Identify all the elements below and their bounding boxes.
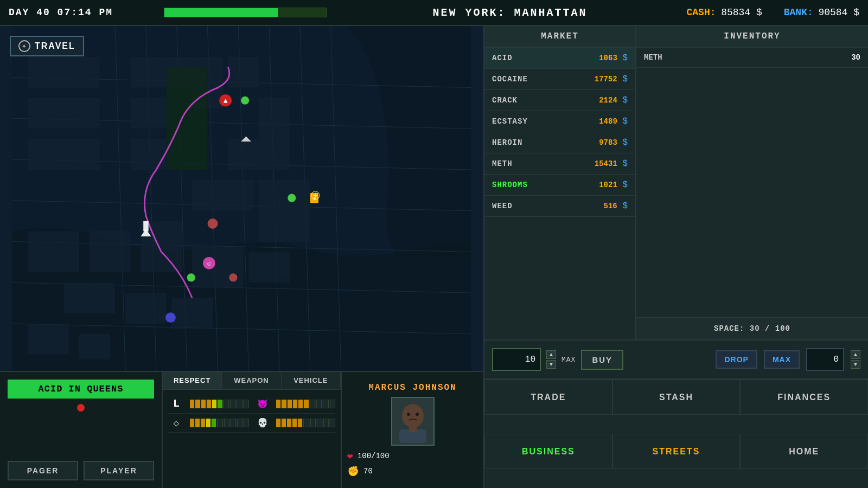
svg-rect-30: [90, 232, 131, 273]
svg-rect-37: [28, 324, 69, 355]
bank-value: 90584 $: [818, 7, 859, 18]
svg-rect-26: [228, 139, 290, 170]
streets-button[interactable]: STREETS: [612, 434, 741, 469]
market-row-weed[interactable]: WEED 516 $: [484, 196, 635, 217]
svg-rect-35: [125, 293, 167, 324]
drop-button[interactable]: DROP: [716, 350, 757, 369]
drug-price-weed: 516: [604, 202, 617, 210]
trade-controls: ▲ ▼ MAX BUY DROP MAX ▲ ▼: [484, 341, 868, 380]
drop-max-button[interactable]: MAX: [764, 350, 800, 369]
buy-qty-spinner: ▲ ▼: [546, 350, 556, 369]
svg-rect-17: [28, 98, 100, 129]
drug-name-heroin: HEROIN: [492, 138, 522, 147]
buy-max-label[interactable]: MAX: [561, 356, 576, 364]
health-value: 100/100: [358, 452, 390, 460]
cash-value: 85834 $: [721, 7, 762, 18]
svg-text:☺: ☺: [207, 261, 211, 267]
drug-price-shrooms: 1021: [599, 181, 617, 189]
health-bar-container: [113, 8, 378, 17]
market-row-shrooms[interactable]: SHROOMS 1021 $: [484, 175, 635, 196]
market-row-heroin[interactable]: HEROIN 9783 $: [484, 132, 635, 153]
location-title: NEW YORK: MANHATTAN: [378, 7, 642, 19]
buy-qty-up[interactable]: ▲: [546, 350, 556, 359]
svg-point-47: [241, 97, 249, 105]
heart-icon: ❤: [347, 450, 353, 462]
svg-rect-28: [259, 180, 310, 242]
right-bar-1: [276, 400, 335, 408]
finances-button[interactable]: FINANCES: [740, 380, 868, 415]
action-buttons: TRADE STASH FINANCES BUSINESS STREETS HO…: [484, 380, 868, 488]
drug-price-heroin: 9783: [599, 138, 617, 147]
buy-qty-input[interactable]: [492, 348, 541, 371]
inv-row-meth[interactable]: METH 30: [636, 48, 868, 68]
inventory-section: INVENTORY METH 30 SPACE: 30 / 100: [636, 26, 868, 339]
pager-message: ACID IN QUEENS: [8, 380, 154, 399]
drop-qty-up[interactable]: ▲: [851, 350, 860, 359]
svg-rect-41: [143, 221, 148, 232]
drop-qty-spinner: ▲ ▼: [851, 350, 860, 369]
player-button[interactable]: PLAYER: [84, 461, 154, 480]
drug-name-ecstasy: ECSTASY: [492, 117, 528, 126]
char-stats: ❤ 100/100 ✊ 70: [347, 450, 478, 477]
svg-rect-63: [409, 427, 417, 432]
level-icon: L: [168, 397, 184, 410]
travel-button[interactable]: ✦ TRAVEL: [10, 36, 84, 56]
business-button[interactable]: BUSINESS: [484, 434, 612, 469]
drug-price-cocaine: 17752: [595, 75, 617, 84]
market-row-ecstasy[interactable]: ECSTASY 1489 $: [484, 111, 635, 132]
drug-price-meth: 15431: [595, 159, 617, 168]
stash-button[interactable]: STASH: [612, 380, 741, 415]
inv-name-meth: METH: [644, 53, 662, 62]
buy-button[interactable]: BUY: [581, 350, 623, 370]
drop-qty-input[interactable]: [806, 348, 844, 371]
bottom-left-panel: ACID IN QUEENS PAGER PLAYER: [0, 372, 163, 488]
svg-point-60: [407, 413, 410, 416]
svg-point-52: [208, 219, 218, 229]
market-row-crack[interactable]: CRACK 2124 $: [484, 90, 635, 111]
market-row-acid[interactable]: ACID 1063 $: [484, 48, 635, 69]
char-name: MARCUS JOHNSON: [368, 383, 456, 393]
compass-icon: ✦: [18, 40, 30, 52]
right-bar-2: [276, 419, 335, 427]
cash-label: CASH:: [687, 7, 716, 18]
map-area[interactable]: ▲ ☺ +: [0, 26, 484, 371]
left-bar-2: [190, 419, 249, 427]
day-time-display: DAY 40 07:14 PM: [9, 7, 113, 18]
svg-rect-36: [171, 298, 213, 329]
drug-price-acid: 1063: [599, 54, 617, 62]
home-button[interactable]: HOME: [740, 434, 868, 469]
buy-qty-down[interactable]: ▼: [546, 360, 556, 369]
bank-label: BANK:: [784, 7, 813, 18]
market-row-meth[interactable]: METH 15431 $: [484, 153, 635, 175]
drug-name-cocaine: COCAINE: [492, 75, 528, 84]
market-section: MARKET ACID 1063 $ COCAINE 17752 $ CRACK…: [484, 26, 636, 339]
svg-point-61: [416, 413, 419, 416]
char-avatar: [391, 397, 435, 446]
market-header: MARKET: [484, 26, 635, 48]
strength-value: 70: [363, 467, 373, 476]
drop-qty-down[interactable]: ▼: [851, 360, 860, 369]
tab-respect[interactable]: RESPECT: [163, 372, 222, 389]
svg-point-54: [165, 312, 176, 323]
market-row-cocaine[interactable]: COCAINE 17752 $: [484, 69, 635, 90]
space-bar: SPACE: 30 / 100: [636, 317, 868, 339]
svg-rect-27: [192, 180, 254, 211]
trade-button[interactable]: TRADE: [484, 380, 612, 415]
tab-weapon[interactable]: WEAPON: [222, 372, 281, 389]
svg-point-49: [187, 273, 195, 281]
drug-name-acid: ACID: [492, 54, 513, 62]
health-bar-bg: [164, 8, 327, 17]
svg-rect-32: [192, 247, 244, 288]
health-bar-fill: [164, 8, 278, 17]
drug-name-shrooms: SHROOMS: [492, 181, 528, 189]
svg-rect-21: [131, 139, 167, 170]
drug-name-weed: WEED: [492, 202, 513, 210]
inv-qty-meth: 30: [851, 53, 860, 62]
inventory-header: INVENTORY: [636, 26, 868, 48]
pager-button[interactable]: PAGER: [8, 461, 78, 480]
character-panel: MARCUS JOHNSON: [342, 372, 484, 488]
pager-indicator: [77, 404, 85, 412]
tab-vehicle[interactable]: VEHICLE: [282, 372, 341, 389]
svg-rect-34: [64, 282, 116, 313]
svg-rect-39: [167, 67, 208, 170]
